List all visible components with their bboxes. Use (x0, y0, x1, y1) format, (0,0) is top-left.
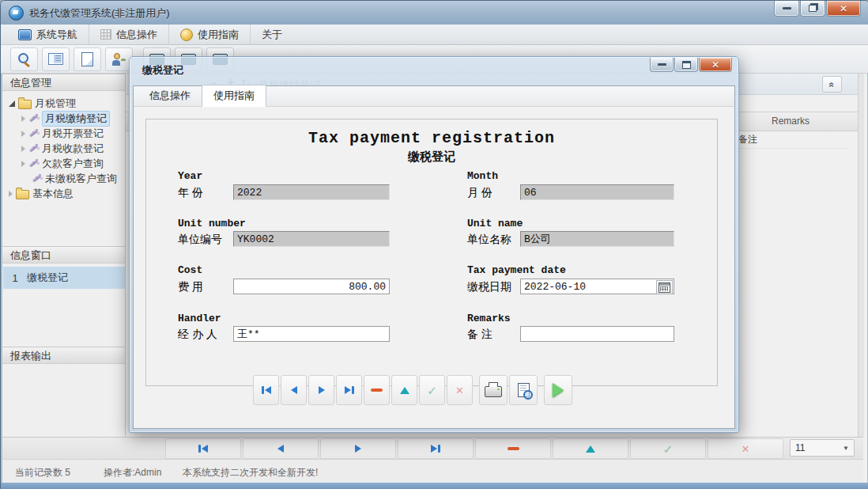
last-record-button[interactable] (398, 438, 474, 459)
tree-node-debt-query[interactable]: 欠款客户查询 (21, 156, 104, 171)
grid-column-remarks[interactable]: Remarks (732, 112, 848, 131)
restore-button[interactable] (800, 1, 825, 17)
wand-icon (28, 158, 39, 169)
delete-record-button[interactable] (475, 438, 551, 459)
collapsed-arrow-icon[interactable] (21, 131, 25, 137)
collapsed-arrow-icon[interactable] (21, 161, 25, 167)
label-remarks-zh: 备 注 (467, 328, 492, 342)
menu-info-ops[interactable]: 信息操作 (89, 25, 169, 44)
tree-node-pay-register[interactable]: 月税缴纳登记 (21, 111, 110, 126)
title-bar: 税务代缴管理系统(非注册用户) ✕ (1, 1, 868, 25)
cost-field[interactable] (233, 279, 390, 294)
last-record-icon (431, 445, 437, 453)
first-record-button[interactable] (165, 438, 241, 459)
section-header-info-manage[interactable]: 信息管理 (2, 74, 125, 91)
tax-date-wrap (520, 279, 674, 294)
tree-node-receipt-register[interactable]: 月税收款登记 (21, 141, 104, 156)
minimize-icon (658, 63, 666, 66)
label-tax-date-en: Tax payment date (467, 264, 566, 276)
form-groupbox: Tax payment registration 缴税登记 Year 年 份 M… (145, 119, 718, 386)
dialog-edit-button[interactable] (391, 375, 417, 405)
label-year-zh: 年 份 (178, 186, 203, 200)
edit-record-button[interactable] (553, 438, 628, 459)
sidebar: 信息管理 月税管理 月税缴纳登记 月税开票登记 月税收款登记 欠款客户查询 (2, 74, 126, 437)
document-button[interactable] (74, 47, 101, 71)
report-icon (48, 53, 63, 65)
combo-arrow-icon: ▼ (843, 445, 849, 452)
minimize-button[interactable] (774, 1, 799, 17)
grid-cell-remarks[interactable]: 备注 (733, 130, 848, 149)
check-icon: ✓ (427, 385, 437, 396)
report-button[interactable] (42, 47, 70, 71)
info-item-label: 缴税登记 (27, 271, 68, 285)
cross-icon: ✕ (742, 444, 750, 454)
tab-user-guide[interactable]: 使用指南 (202, 85, 266, 107)
dialog-first-button[interactable] (253, 375, 279, 405)
section-header-info-window[interactable]: 信息窗口 (2, 246, 125, 263)
dialog-controls: ✕ (650, 58, 732, 72)
dialog-close-button[interactable]: ✕ (699, 58, 732, 72)
window-bottom-border (1, 483, 868, 489)
label-month-en: Month (467, 170, 498, 182)
tree-label: 月税收款登记 (42, 142, 104, 156)
combo-value: 11 (795, 442, 805, 453)
edit-icon (400, 387, 409, 394)
next-record-icon (319, 386, 325, 394)
app-logo-icon (9, 6, 24, 21)
tax-registration-dialog: 缴税登记 ✕ 信息操作 使用指南 Tax payment registratio… (129, 56, 739, 433)
menu-label: 系统导航 (36, 28, 77, 42)
last-record-icon (345, 386, 351, 394)
window-title: 税务代缴管理系统(非注册用户) (29, 6, 170, 21)
section-header-report-output[interactable]: 报表输出 (2, 347, 125, 364)
dialog-maximize-button[interactable] (674, 58, 698, 72)
close-icon: ✕ (840, 3, 847, 14)
collapsed-arrow-icon[interactable] (21, 116, 25, 122)
dialog-next-button[interactable] (308, 375, 334, 405)
print-preview-button[interactable] (509, 375, 538, 405)
dialog-prior-button[interactable] (281, 375, 307, 405)
dialog-minimize-button[interactable] (650, 58, 674, 72)
label-tax-date-zh: 缴税日期 (467, 280, 511, 294)
menu-about[interactable]: 关于 (251, 25, 293, 44)
info-window-item[interactable]: 1 缴税登记 (3, 267, 125, 289)
menu-label: 使用指南 (198, 28, 239, 42)
dialog-last-button[interactable] (336, 375, 362, 405)
tree-node-basic-info[interactable]: 基本信息 (9, 186, 74, 201)
date-picker-button[interactable] (656, 280, 673, 294)
tree-label: 欠款客户查询 (42, 157, 104, 171)
handler-field[interactable] (233, 326, 390, 342)
unit-name-field (520, 231, 674, 247)
bar-icon (198, 445, 201, 453)
execute-button[interactable] (544, 375, 572, 405)
menu-user-guide[interactable]: 使用指南 (169, 25, 251, 44)
remarks-field[interactable] (520, 326, 674, 342)
wand-icon (28, 143, 39, 154)
prior-record-button[interactable] (243, 438, 319, 459)
panel-collapse-button[interactable]: « (822, 76, 842, 93)
dialog-cancel-button[interactable]: ✕ (447, 375, 473, 405)
collapsed-arrow-icon[interactable] (21, 146, 25, 152)
collapsed-arrow-icon[interactable] (9, 191, 13, 197)
tax-date-field[interactable] (520, 279, 674, 294)
expanded-arrow-icon[interactable] (9, 100, 15, 107)
restore-icon (809, 5, 817, 12)
status-bar: 当前记录数 5 操作者:Admin 本系统支持二次开发和全新开发! (2, 459, 863, 483)
search-icon (17, 52, 32, 66)
print-button[interactable] (479, 375, 508, 405)
info-item-index: 1 (3, 272, 27, 284)
tree-node-month-tax[interactable]: 月税管理 (9, 96, 76, 111)
tree-node-unpaid-query[interactable]: 未缴税客户查询 (32, 171, 117, 186)
close-button[interactable]: ✕ (826, 1, 861, 17)
preview-icon (518, 383, 530, 397)
dialog-delete-button[interactable] (364, 375, 390, 405)
cancel-record-button[interactable]: ✕ (708, 438, 783, 459)
next-record-button[interactable] (320, 438, 396, 459)
post-record-button[interactable]: ✓ (630, 438, 706, 459)
tree-node-invoice-register[interactable]: 月税开票登记 (21, 126, 104, 141)
record-count-combo[interactable]: 11 ▼ (790, 439, 855, 457)
dialog-post-button[interactable]: ✓ (419, 375, 445, 405)
search-button[interactable] (10, 47, 38, 71)
menu-system-nav[interactable]: 系统导航 (7, 25, 89, 44)
tab-info-ops[interactable]: 信息操作 (138, 85, 202, 106)
bottom-nav-bar: ✓ ✕ 11 ▼ (2, 437, 863, 460)
